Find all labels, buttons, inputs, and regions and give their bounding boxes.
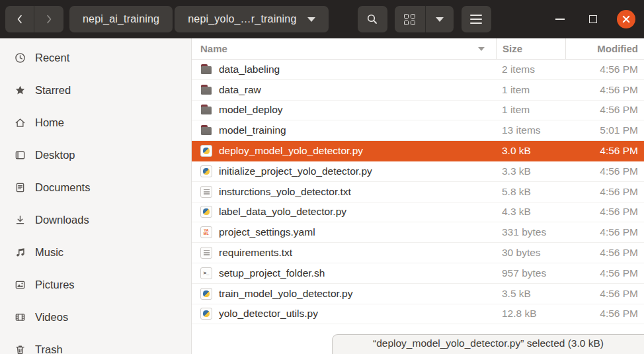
file-row[interactable]: data_raw1 item4:56 PM bbox=[192, 80, 644, 101]
sidebar-item-label: Documents bbox=[35, 181, 90, 194]
selection-status-bar: “deploy_model_yolo_detector.py” selected… bbox=[332, 334, 644, 354]
close-button[interactable] bbox=[617, 10, 635, 28]
sidebar-item-trash[interactable]: Trash bbox=[0, 333, 191, 354]
file-modified: 4:56 PM bbox=[565, 267, 644, 279]
sidebar-item-documents[interactable]: Documents bbox=[0, 171, 191, 204]
file-name-cell: label_data_yolo_detector.py bbox=[192, 206, 496, 218]
file-modified: 4:56 PM bbox=[565, 186, 644, 198]
view-toggle-split-button bbox=[395, 6, 454, 32]
file-name: data_raw bbox=[219, 84, 261, 96]
file-list: data_labeling2 items4:56 PMdata_raw1 ite… bbox=[192, 60, 644, 354]
file-name: initialize_project_yolo_detector.py bbox=[219, 165, 372, 177]
file-name: insturctions_yolo_detector.txt bbox=[219, 186, 351, 198]
folder-icon bbox=[200, 124, 212, 136]
back-button[interactable] bbox=[5, 6, 34, 32]
file-name-cell: model_deploy bbox=[192, 104, 496, 116]
window-controls bbox=[551, 10, 635, 28]
search-icon bbox=[366, 13, 378, 25]
file-modified: 4:56 PM bbox=[565, 206, 644, 218]
file-size: 2 items bbox=[496, 64, 565, 75]
file-row[interactable]: insturctions_yolo_detector.txt5.8 kB4:56… bbox=[192, 182, 644, 202]
column-header-modified[interactable]: Modified bbox=[565, 38, 644, 59]
file-row[interactable]: requirements.txt30 bytes4:56 PM bbox=[192, 243, 644, 263]
sidebar-item-desktop[interactable]: Desktop bbox=[0, 139, 191, 171]
file-row[interactable]: deploy_model_yolo_detector.py3.0 kB4:56 … bbox=[192, 141, 644, 161]
shell-script-icon: >_ bbox=[200, 267, 212, 279]
file-size: 1 item bbox=[496, 84, 565, 96]
file-name-cell: deploy_model_yolo_detector.py bbox=[192, 145, 496, 157]
text-file-icon bbox=[200, 247, 212, 259]
path-segment-parent[interactable]: nepi_ai_training bbox=[69, 6, 173, 32]
file-modified: 4:56 PM bbox=[565, 308, 644, 320]
python-file-icon bbox=[200, 206, 212, 218]
menu-icon bbox=[470, 15, 482, 24]
file-name: data_labeling bbox=[219, 64, 280, 75]
python-file-icon bbox=[200, 145, 212, 157]
path-segment-label: nepi_ai_training bbox=[83, 13, 159, 25]
file-size: 3.5 kB bbox=[496, 288, 565, 300]
file-row[interactable]: model_deploy1 item4:56 PM bbox=[192, 101, 644, 121]
sidebar-item-downloads[interactable]: Downloads bbox=[0, 204, 191, 236]
file-name-cell: data_labeling bbox=[192, 64, 496, 75]
file-modified: 4:56 PM bbox=[565, 64, 644, 75]
music-note-icon bbox=[14, 247, 26, 259]
sidebar-item-label: Pictures bbox=[35, 279, 75, 291]
file-size: 3.3 kB bbox=[496, 165, 565, 177]
sidebar-item-music[interactable]: Music bbox=[0, 236, 191, 269]
file-row[interactable]: initialize_project_yolo_detector.py3.3 k… bbox=[192, 161, 644, 182]
file-name-cell: YAMLproject_settings.yaml bbox=[192, 226, 496, 238]
file-modified: 4:56 PM bbox=[565, 145, 644, 157]
column-header-label: Modified bbox=[597, 43, 638, 54]
path-segment-current[interactable]: nepi_yolo_…r_training bbox=[175, 6, 328, 32]
sidebar-item-starred[interactable]: Starred bbox=[0, 74, 191, 107]
sidebar-item-videos[interactable]: Videos bbox=[0, 301, 191, 333]
text-file-icon bbox=[200, 186, 212, 198]
file-name: model_training bbox=[219, 124, 286, 136]
folder-icon bbox=[200, 84, 212, 96]
list-header: Name Size Modified bbox=[192, 38, 644, 60]
column-header-name[interactable]: Name bbox=[192, 43, 496, 54]
document-icon bbox=[14, 182, 26, 194]
view-options-button[interactable] bbox=[426, 6, 454, 32]
forward-button[interactable] bbox=[34, 6, 63, 32]
file-modified: 4:56 PM bbox=[565, 165, 644, 177]
sidebar: RecentStarredHomeDesktopDocumentsDownloa… bbox=[0, 38, 192, 354]
file-row[interactable]: train_model_yolo_detector.py3.5 kB4:56 P… bbox=[192, 284, 644, 304]
python-file-icon bbox=[200, 165, 212, 177]
file-row[interactable]: YAMLproject_settings.yaml331 bytes4:56 P… bbox=[192, 222, 644, 243]
file-row[interactable]: model_training13 items5:01 PM bbox=[192, 120, 644, 141]
file-name-cell: yolo_detector_utils.py bbox=[192, 308, 496, 320]
grid-view-button[interactable] bbox=[395, 6, 426, 32]
film-icon bbox=[14, 312, 26, 324]
history-nav bbox=[5, 6, 63, 32]
trash-icon bbox=[14, 344, 26, 354]
yaml-file-icon: YAML bbox=[200, 226, 212, 238]
file-row[interactable]: data_labeling2 items4:56 PM bbox=[192, 60, 644, 80]
forward-icon bbox=[44, 13, 54, 25]
search-button[interactable] bbox=[358, 6, 387, 32]
maximize-button[interactable] bbox=[584, 10, 602, 28]
python-file-icon bbox=[200, 308, 212, 320]
path-segment-label: nepi_yolo_…r_training bbox=[188, 13, 296, 25]
sidebar-item-home[interactable]: Home bbox=[0, 107, 191, 139]
sidebar-item-label: Desktop bbox=[35, 149, 75, 161]
sidebar-item-pictures[interactable]: Pictures bbox=[0, 269, 191, 301]
file-size: 4.3 kB bbox=[496, 206, 565, 218]
minimize-icon bbox=[555, 19, 565, 20]
minimize-button[interactable] bbox=[551, 10, 569, 28]
selection-status-text: “deploy_model_yolo_detector.py” selected… bbox=[373, 337, 604, 349]
file-row[interactable]: >_setup_project_folder.sh957 bytes4:56 P… bbox=[192, 263, 644, 284]
picture-icon bbox=[14, 279, 26, 291]
sidebar-item-label: Trash bbox=[35, 343, 63, 354]
home-icon bbox=[14, 117, 26, 129]
file-name: requirements.txt bbox=[219, 247, 292, 259]
file-size: 30 bytes bbox=[496, 247, 565, 259]
file-row[interactable]: yolo_detector_utils.py12.8 kB4:56 PM bbox=[192, 304, 644, 325]
sidebar-item-recent[interactable]: Recent bbox=[0, 42, 191, 74]
column-header-size[interactable]: Size bbox=[496, 38, 565, 59]
menu-button[interactable] bbox=[462, 6, 491, 32]
file-row[interactable]: label_data_yolo_detector.py4.3 kB4:56 PM bbox=[192, 202, 644, 223]
file-size: 5.8 kB bbox=[496, 186, 565, 198]
file-name: train_model_yolo_detector.py bbox=[219, 288, 353, 300]
file-modified: 5:01 PM bbox=[565, 124, 644, 136]
